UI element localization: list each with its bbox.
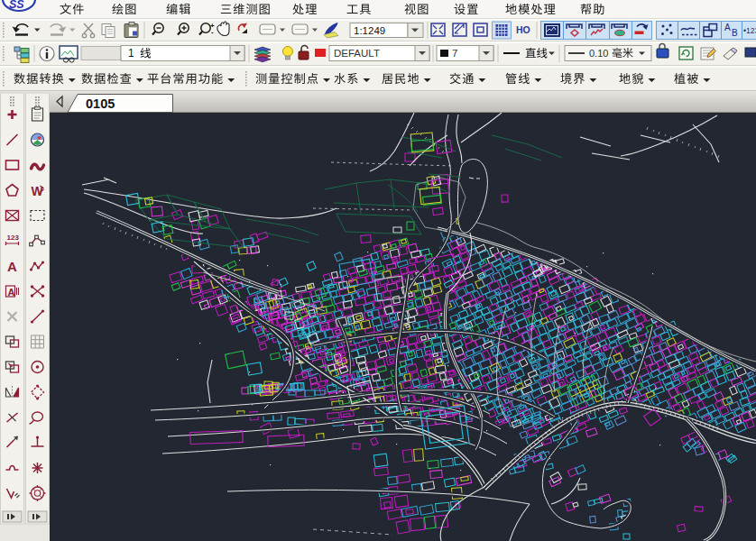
svg-text:1: 1 [128, 47, 134, 60]
svg-text:0.10: 0.10 [589, 48, 608, 59]
svg-text:SS: SS [9, 0, 24, 11]
svg-text:•123: •123 [743, 26, 756, 35]
svg-text:-: - [211, 28, 214, 36]
svg-text:A: A [8, 287, 15, 298]
svg-text:0105: 0105 [86, 96, 115, 111]
svg-text:A: A [7, 259, 17, 274]
svg-text:HO: HO [516, 24, 530, 35]
svg-text:DEFAULT: DEFAULT [334, 48, 380, 59]
svg-text:B: B [732, 28, 738, 38]
svg-text:123: 123 [7, 234, 20, 242]
svg-text:1:1249: 1:1249 [354, 25, 385, 36]
svg-text:7: 7 [452, 48, 457, 59]
svg-text:A: A [724, 23, 731, 32]
